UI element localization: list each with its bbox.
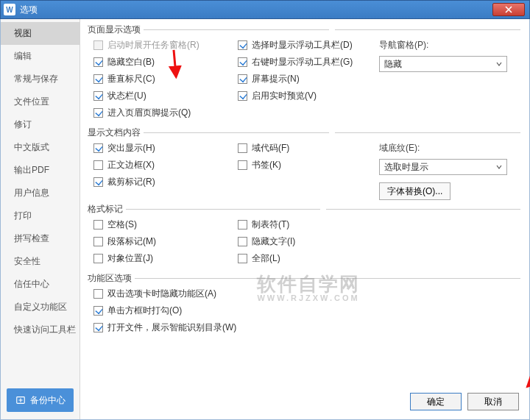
checkbox-icon (93, 323, 103, 332)
checkbox-label: 空格(S) (107, 218, 137, 231)
group-ribbon-options: 功能区选项 双击选项卡时隐藏功能区(A)单击方框时打勾(O)打开文件，展示智能识… (88, 272, 520, 338)
checkbox-label: 垂直标尺(C) (107, 73, 155, 85)
sidebar-item-4[interactable]: 修订 (1, 113, 80, 136)
sidebar-item-7[interactable]: 用户信息 (1, 182, 80, 204)
sidebar-item-2[interactable]: 常规与保存 (1, 68, 80, 90)
field-shading-label: 域底纹(E): (379, 142, 507, 154)
sidebar-item-12[interactable]: 自定义功能区 (1, 296, 80, 318)
sidebar-item-10[interactable]: 安全性 (1, 250, 80, 273)
page-display-opt-2[interactable]: 垂直标尺(C) (93, 73, 232, 85)
checkbox-icon (93, 143, 103, 153)
font-substitute-button[interactable]: 字体替换(O)... (379, 182, 451, 200)
doc-content-opt-1[interactable]: 书签(K) (238, 159, 379, 171)
checkbox-icon (238, 220, 247, 229)
checkbox-icon (93, 91, 103, 101)
field-shading-select[interactable]: 选取时显示 (379, 159, 507, 175)
checkbox-icon (238, 254, 247, 263)
checkbox-label: 裁剪标记(R) (107, 176, 155, 188)
checkbox-label: 隐藏文字(I) (252, 235, 295, 248)
checkbox-label: 突出显示(H) (107, 142, 155, 154)
nav-pane-value: 隐藏 (384, 58, 402, 71)
page-display-opt-0[interactable]: 选择时显示浮动工具栏(D) (238, 39, 379, 51)
sidebar: 视图编辑常规与保存文件位置修订中文版式输出PDF用户信息打印拼写检查安全性信任中… (1, 19, 80, 419)
doc-content-opt-0[interactable]: 突出显示(H) (93, 142, 232, 154)
content-pane: 页面显示选项 启动时展开任务窗格(R)隐藏空白(B)垂直标尺(C)状态栏(U)进… (80, 19, 529, 419)
checkbox-icon (93, 74, 103, 84)
checkbox-icon (93, 220, 103, 229)
chevron-down-icon (496, 164, 502, 170)
checkbox-icon (93, 40, 103, 50)
doc-content-opt-1[interactable]: 正文边框(X) (93, 159, 232, 171)
checkbox-label: 全部(L) (252, 252, 280, 265)
checkbox-label: 右键时显示浮动工具栏(G) (252, 56, 353, 68)
ribbon-opt-1[interactable]: 单击方框时打勾(O) (93, 305, 520, 317)
page-display-opt-4[interactable]: 进入页眉页脚提示(Q) (93, 107, 232, 119)
group-format-marks: 格式标记 空格(S)段落标记(M)对象位置(J) 制表符(T)隐藏文字(I)全部… (88, 203, 520, 269)
ok-button[interactable]: 确定 (410, 393, 462, 410)
backup-icon (15, 395, 26, 405)
backup-label: 备份中心 (30, 394, 66, 407)
page-display-opt-0: 启动时展开任务窗格(R) (93, 39, 232, 51)
close-button[interactable] (492, 3, 525, 16)
checkbox-icon (93, 108, 103, 118)
checkbox-label: 段落标记(M) (107, 235, 156, 248)
sidebar-item-1[interactable]: 编辑 (1, 45, 80, 68)
group-title: 格式标记 (88, 203, 520, 216)
checkbox-label: 书签(K) (252, 159, 281, 171)
checkbox-icon (93, 177, 103, 187)
checkbox-icon (238, 237, 247, 246)
checkbox-icon (238, 160, 247, 170)
checkbox-icon (238, 40, 247, 50)
page-display-opt-1[interactable]: 隐藏空白(B) (93, 56, 232, 68)
backup-center-button[interactable]: 备份中心 (7, 388, 74, 412)
window-title: 选项 (20, 4, 492, 16)
sidebar-item-9[interactable]: 拼写检查 (1, 227, 80, 250)
group-title: 页面显示选项 (88, 24, 520, 36)
sidebar-item-6[interactable]: 输出PDF (1, 159, 80, 182)
sidebar-item-8[interactable]: 打印 (1, 204, 80, 227)
group-title: 功能区选项 (88, 272, 520, 285)
app-icon: W (4, 4, 15, 15)
sidebar-item-13[interactable]: 快速访问工具栏 (1, 318, 80, 341)
sidebar-item-3[interactable]: 文件位置 (1, 90, 80, 113)
ribbon-opt-2[interactable]: 打开文件，展示智能识别目录(W) (93, 321, 520, 334)
checkbox-label: 隐藏空白(B) (107, 56, 155, 68)
format-mark-opt-0[interactable]: 空格(S) (93, 218, 232, 231)
sidebar-item-5[interactable]: 中文版式 (1, 136, 80, 159)
page-display-opt-3[interactable]: 启用实时预览(V) (238, 90, 379, 102)
annotation-arrow-icon (518, 365, 531, 394)
doc-content-opt-0[interactable]: 域代码(F) (238, 142, 379, 154)
page-display-opt-2[interactable]: 屏幕提示(N) (238, 73, 379, 85)
format-mark-opt-1[interactable]: 隐藏文字(I) (238, 235, 379, 248)
dialog-footer: 确定 取消 (410, 393, 519, 410)
page-display-opt-1[interactable]: 右键时显示浮动工具栏(G) (238, 56, 379, 68)
group-title: 显示文档内容 (88, 127, 520, 139)
checkbox-label: 正文边框(X) (107, 159, 155, 171)
format-mark-opt-2[interactable]: 全部(L) (238, 252, 379, 265)
checkbox-label: 屏幕提示(N) (252, 73, 300, 85)
cancel-button[interactable]: 取消 (467, 393, 519, 410)
close-icon (505, 6, 512, 13)
svg-line-2 (528, 368, 531, 387)
group-page-display: 页面显示选项 启动时展开任务窗格(R)隐藏空白(B)垂直标尺(C)状态栏(U)进… (88, 24, 520, 124)
format-mark-opt-2[interactable]: 对象位置(J) (93, 252, 232, 265)
checkbox-icon (238, 74, 247, 84)
nav-pane-select[interactable]: 隐藏 (379, 56, 507, 72)
sidebar-item-11[interactable]: 信任中心 (1, 273, 80, 296)
chevron-down-icon (496, 61, 502, 67)
checkbox-icon (238, 91, 247, 101)
format-mark-opt-1[interactable]: 段落标记(M) (93, 235, 232, 248)
checkbox-label: 进入页眉页脚提示(Q) (107, 107, 191, 119)
checkbox-label: 单击方框时打勾(O) (107, 305, 182, 317)
format-mark-opt-0[interactable]: 制表符(T) (238, 218, 379, 231)
page-display-opt-3[interactable]: 状态栏(U) (93, 90, 232, 102)
doc-content-opt-2[interactable]: 裁剪标记(R) (93, 176, 232, 188)
checkbox-icon (238, 57, 247, 67)
checkbox-icon (93, 289, 103, 299)
sidebar-item-0[interactable]: 视图 (1, 22, 80, 45)
checkbox-label: 选择时显示浮动工具栏(D) (252, 39, 353, 51)
checkbox-label: 状态栏(U) (107, 90, 146, 102)
checkbox-label: 启用实时预览(V) (252, 90, 317, 102)
checkbox-icon (93, 160, 103, 170)
ribbon-opt-0[interactable]: 双击选项卡时隐藏功能区(A) (93, 288, 520, 300)
